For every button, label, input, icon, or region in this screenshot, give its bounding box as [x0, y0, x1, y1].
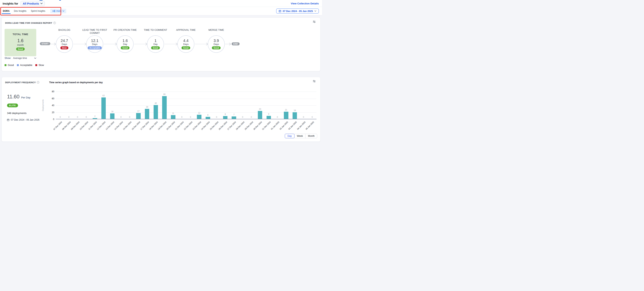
bar-slot: 21 — [282, 92, 290, 119]
bar-value-label: 0 — [178, 116, 186, 118]
bar-value-label: 16 — [108, 110, 117, 113]
chevron-down-icon — [40, 3, 42, 4]
toggle-month[interactable]: Month — [305, 134, 317, 138]
deployment-bar[interactable] — [206, 117, 210, 119]
legend-item-slow: Slow — [35, 64, 44, 67]
deployment-bar[interactable] — [145, 109, 150, 119]
x-axis-tick: 09 Dec 2024 — [70, 121, 80, 131]
bar-value-label: 40 — [151, 102, 160, 104]
bar-value-label: 19 — [290, 109, 299, 112]
chart-heading: Time series graph based on deployments p… — [49, 81, 103, 84]
total-time-badge: Good — [16, 48, 25, 51]
x-axis-tick: 01 Jan 2025 — [270, 121, 280, 130]
x-axis-tick: 02 Jan 2025 — [279, 121, 288, 130]
tab-sprint-insights[interactable]: Sprint Insights — [31, 7, 45, 15]
bar-slot: 0 — [64, 92, 73, 119]
deployment-bar[interactable] — [93, 118, 97, 119]
deployment-bar[interactable] — [136, 113, 141, 119]
x-axis-tick: 25 Dec 2024 — [210, 121, 219, 131]
calendar-icon — [279, 10, 281, 12]
bar-value-label: 6 — [204, 114, 212, 116]
x-axis-tick: 15 Dec 2024 — [122, 121, 132, 131]
sliders-icon — [313, 80, 316, 83]
bar-slot: 66 — [160, 92, 169, 119]
bar-slot: 6 — [204, 92, 212, 119]
toggle-week[interactable]: Week — [294, 134, 306, 138]
x-axis-tick: 05 Jan 2025 — [305, 121, 314, 130]
stage-circle-backlog: 24.7DaysSlow — [56, 35, 73, 53]
bar-value-label: 0 — [308, 116, 316, 118]
bar-slot: 8 — [221, 92, 230, 119]
deployment-bar[interactable] — [154, 105, 158, 119]
bar-value-label: 8 — [221, 113, 230, 115]
chart-settings-button[interactable] — [312, 79, 316, 84]
stage-unit: Days — [214, 43, 219, 46]
deployment-bar[interactable] — [266, 116, 271, 119]
bar-slot: 40 — [151, 92, 160, 119]
stage-circle-lead-time-to-first-commit: 12.1DaysAcceptable — [86, 35, 103, 53]
bar-value-label: 17 — [134, 110, 143, 112]
bar-value-label: 0 — [273, 116, 282, 118]
tab-dev-insights[interactable]: Dev Insights — [14, 7, 26, 15]
view-collection-details-link[interactable]: View Collection Details — [291, 2, 319, 5]
bar-slot: 11 — [169, 92, 178, 119]
tab-dora[interactable]: DORA — [3, 7, 10, 15]
deployments-bar-chart: 020406080Deployments007 Dec 2024008 Dec … — [56, 92, 316, 119]
chevron-down-icon — [34, 58, 36, 59]
y-axis-tick: 20 — [46, 111, 54, 114]
x-axis-tick: 12 Dec 2024 — [96, 121, 106, 131]
deployment-bar[interactable] — [162, 96, 167, 119]
bar-slot: 19 — [290, 92, 299, 119]
x-axis-tick: 04 Jan 2025 — [296, 121, 306, 130]
deployment-bar[interactable] — [197, 115, 202, 119]
deployment-bar[interactable] — [110, 113, 115, 119]
bar-slot: 0 — [247, 92, 256, 119]
product-selector-value: All Products — [23, 2, 39, 5]
bar-value-label: 0 — [64, 116, 73, 118]
deployment-frequency-card: DEPLOYMENT FREQUENCY i Time series graph… — [2, 77, 320, 142]
bar-value-label: 0 — [186, 116, 195, 118]
toggle-day[interactable]: Day — [285, 134, 294, 138]
deployment-card-title: DEPLOYMENT FREQUENCY i — [5, 81, 39, 84]
stage-status-badge: Good — [212, 46, 220, 49]
x-axis-tick: 20 Dec 2024 — [166, 121, 176, 131]
stage-circle-time-to-comment: 1DayGood — [147, 35, 164, 53]
elite-tier-badge: ELITE — [7, 104, 18, 107]
deployment-bar[interactable] — [102, 97, 106, 119]
bar-value-label: 66 — [160, 93, 169, 95]
bar-slot: 0 — [178, 92, 186, 119]
chart-settings-button[interactable] — [312, 20, 316, 24]
flow-start-pill: START — [40, 42, 50, 45]
date-range-picker[interactable]: 07 Dec 2024 - 05 Jan 2025 — [276, 9, 319, 14]
deployment-rate-unit: Per Day — [21, 96, 30, 99]
info-icon[interactable]: i — [53, 22, 56, 24]
bar-value-label: 62 — [99, 94, 108, 97]
product-selector-dropdown[interactable]: All Products — [20, 1, 45, 6]
page-title: Insights for — [3, 2, 18, 5]
flow-arrow-icon — [134, 42, 148, 47]
more-tabs-dropdown[interactable]: +3more — [50, 9, 66, 13]
stage-circle-merge-time: 3.9DaysGood — [208, 35, 225, 53]
deployment-date-range-value: 07 Dec 2024 - 05 Jan 2025 — [11, 119, 40, 121]
deployment-bar[interactable] — [232, 116, 236, 119]
deployment-bar[interactable] — [292, 112, 297, 119]
show-selector[interactable]: Show: Average time — [4, 57, 36, 60]
x-axis-tick: 29 Dec 2024 — [244, 121, 254, 131]
bar-value-label: 0 — [299, 116, 308, 118]
bar-slot: 0 — [299, 92, 308, 119]
legend-item-acceptable: Acceptable — [17, 64, 32, 67]
total-time-label: TOTAL TIME — [4, 33, 36, 36]
total-time-value: 1.6 — [4, 38, 36, 43]
deployment-bar[interactable] — [171, 115, 176, 119]
x-axis-tick: 03 Jan 2025 — [288, 121, 297, 130]
insights-tabs: DORADev InsightsSprint Insights+3more — [3, 7, 66, 15]
deployment-bar[interactable] — [284, 112, 288, 119]
x-axis-tick: 24 Dec 2024 — [201, 121, 210, 131]
flow-arrow-icon — [104, 42, 117, 47]
y-axis-tick: 60 — [46, 97, 54, 100]
info-icon[interactable]: i — [37, 81, 39, 84]
deployment-bar[interactable] — [258, 111, 262, 119]
bar-value-label: 2 — [90, 115, 99, 117]
legend-item-good: Good — [4, 64, 14, 67]
deployment-bar[interactable] — [223, 116, 228, 119]
